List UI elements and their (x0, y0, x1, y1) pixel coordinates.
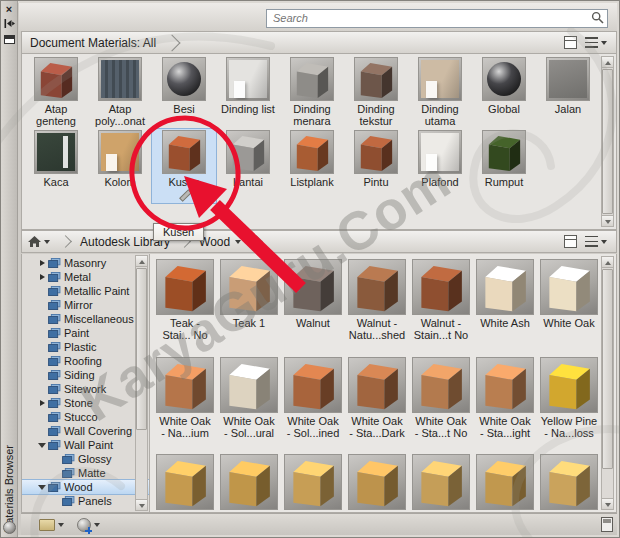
home-icon[interactable] (28, 236, 41, 248)
material-tile[interactable]: White Oak - Sol...ural (217, 356, 281, 439)
material-tile[interactable]: White Ash (473, 258, 537, 329)
scroll-down-icon[interactable] (602, 215, 613, 226)
expand-arrow-icon[interactable] (38, 259, 47, 268)
material-tile[interactable]: Yellow Pi... (281, 453, 345, 512)
expand-arrow-icon[interactable] (38, 371, 47, 380)
tree-item[interactable]: Masonry (22, 256, 149, 270)
search-input[interactable] (266, 9, 608, 28)
material-tile[interactable]: Rumput (472, 129, 536, 188)
view-type-caret-icon[interactable] (601, 41, 607, 45)
scroll-up-icon[interactable] (602, 257, 613, 268)
tree-item[interactable]: Wall Paint (22, 438, 149, 452)
scroll-up-icon[interactable] (136, 256, 147, 267)
tree-item[interactable]: Wall Covering (22, 424, 149, 438)
material-tile[interactable]: Dinding tekstur (344, 56, 408, 127)
material-tile[interactable]: Walnut - Stain...t No (409, 258, 473, 341)
material-tile[interactable]: White Oak - Na...ium (153, 356, 217, 439)
show-panel-icon[interactable] (564, 235, 577, 248)
scroll-up-icon[interactable] (602, 57, 613, 68)
material-tile[interactable]: Kolom (88, 129, 152, 188)
material-tile[interactable]: Teak - Stai... No (153, 258, 217, 341)
material-tile[interactable]: Yellow Pi... (473, 453, 537, 512)
expand-arrow-icon[interactable] (38, 273, 47, 282)
material-tile[interactable]: Teak 1 (217, 258, 281, 329)
material-tile[interactable]: White Oak (537, 258, 601, 329)
material-tile[interactable]: Yellow Pine - Na...loss (537, 356, 601, 439)
expand-arrow-icon[interactable] (38, 357, 47, 366)
expand-arrow-icon[interactable] (38, 441, 47, 450)
library-grid-scrollbar[interactable] (601, 256, 614, 510)
tree-item[interactable]: Glossy (22, 452, 149, 466)
tree-item[interactable]: Metal (22, 270, 149, 284)
material-tile[interactable]: White Oak - Sta...ight (473, 356, 537, 439)
scrollbar-thumb[interactable] (602, 269, 613, 469)
tree-item[interactable]: Sitework (22, 382, 149, 396)
tree-item[interactable]: Roofing (22, 354, 149, 368)
material-tile[interactable]: Yellow Pi... (345, 453, 409, 512)
expand-arrow-icon[interactable] (38, 413, 47, 422)
material-tile[interactable]: Pintu (344, 129, 408, 188)
expand-arrow-icon[interactable] (38, 315, 47, 324)
manage-library-button[interactable] (39, 519, 67, 531)
material-tile[interactable]: Global (472, 56, 536, 115)
material-tile[interactable]: Dinding utama (408, 56, 472, 127)
home-caret-icon[interactable] (44, 240, 50, 244)
expand-arrow-icon[interactable] (38, 287, 47, 296)
expand-arrow-icon[interactable] (38, 483, 47, 492)
expand-arrow-icon[interactable] (52, 497, 61, 506)
expand-arrow-icon[interactable] (38, 329, 47, 338)
tree-item[interactable]: Siding (22, 368, 149, 382)
tree-item[interactable]: Mirror (22, 298, 149, 312)
scrollbar-thumb[interactable] (602, 69, 613, 214)
scrollbar-thumb[interactable] (136, 268, 147, 430)
tree-scrollbar[interactable] (135, 255, 148, 511)
tree-item[interactable]: Miscellaneous (22, 312, 149, 326)
material-tile[interactable]: White Oak - Sol...ined (281, 356, 345, 439)
autohide-icon[interactable] (3, 18, 16, 31)
expand-arrow-icon[interactable] (38, 385, 47, 394)
material-tile[interactable]: Kusen (152, 129, 216, 203)
tree-item[interactable]: Paint (22, 326, 149, 340)
tree-item[interactable]: Panels (22, 494, 149, 508)
view-type-caret-icon[interactable] (601, 240, 607, 244)
material-tile[interactable]: Kaca (24, 129, 88, 188)
show-panel-icon[interactable] (564, 36, 577, 49)
material-tile[interactable]: Plafond (408, 129, 472, 188)
expand-arrow-icon[interactable] (38, 399, 47, 408)
material-tile[interactable]: White Oak - Sta...Dark (345, 356, 409, 439)
search-icon[interactable] (591, 11, 604, 24)
expand-arrow-icon[interactable] (52, 469, 61, 478)
document-materials-header[interactable]: Document Materials: All (21, 31, 617, 54)
tree-item[interactable]: Plastic (22, 340, 149, 354)
material-tile[interactable]: Listplank (280, 129, 344, 188)
material-tile[interactable]: Walnut - Natu...shed (345, 258, 409, 341)
tree-item[interactable]: Wood (22, 480, 149, 494)
material-tile[interactable]: Yellow Pi... (217, 453, 281, 512)
material-tile[interactable]: Yellow Pi... (537, 453, 601, 512)
material-tile[interactable]: White Oak - Sta...t No (409, 356, 473, 439)
material-tile[interactable]: Besi (152, 56, 216, 115)
material-tile[interactable]: Yellow Pi... (153, 453, 217, 512)
category-caret-icon[interactable] (235, 240, 241, 244)
view-type-icon[interactable] (585, 37, 598, 48)
properties-icon[interactable] (4, 35, 15, 44)
material-tile[interactable]: Dinding menara (280, 56, 344, 127)
material-editor-toggle-icon[interactable] (601, 517, 613, 532)
material-tile[interactable]: Atap genteng (24, 56, 88, 127)
close-icon[interactable]: × (3, 3, 16, 16)
material-tile[interactable]: Jalan (536, 56, 600, 115)
material-tile[interactable]: Dinding list (216, 56, 280, 115)
expand-arrow-icon[interactable] (52, 455, 61, 464)
view-type-icon[interactable] (585, 236, 598, 247)
palette-grip-icon[interactable] (3, 521, 16, 534)
material-tile[interactable]: Walnut (281, 258, 345, 329)
expand-arrow-icon[interactable] (38, 343, 47, 352)
material-tile[interactable]: Lantai (216, 129, 280, 188)
scroll-down-icon[interactable] (602, 498, 613, 509)
material-tile[interactable]: Atap poly...onat (88, 56, 152, 127)
tree-item[interactable]: Metallic Paint (22, 284, 149, 298)
expand-arrow-icon[interactable] (38, 301, 47, 310)
document-grid-scrollbar[interactable] (601, 56, 614, 227)
scroll-down-icon[interactable] (136, 499, 147, 510)
tree-item[interactable]: Stone (22, 396, 149, 410)
